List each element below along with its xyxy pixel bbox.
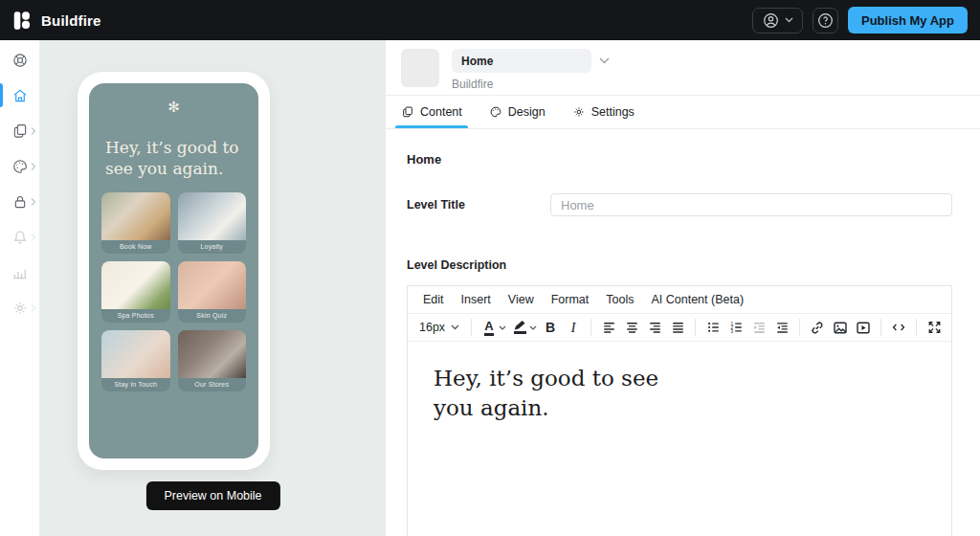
tile-label: Spa Photos xyxy=(101,309,170,323)
menu-view[interactable]: View xyxy=(501,290,542,309)
svg-text:3: 3 xyxy=(730,329,733,334)
tile-label: Book Now xyxy=(101,240,170,254)
content-icon xyxy=(401,105,414,119)
gear-icon xyxy=(572,105,586,119)
sidebar-item-wheel[interactable] xyxy=(0,42,39,78)
tile-label: Loyalty xyxy=(178,240,247,254)
editor-content-area[interactable]: Hey, it’s good to see you again. xyxy=(408,342,951,536)
toolbar-divider xyxy=(799,319,800,336)
tile-loyalty[interactable]: Loyalty xyxy=(178,192,247,254)
user-circle-icon xyxy=(762,11,780,30)
chevron-down-icon xyxy=(499,325,506,330)
source-code-button[interactable] xyxy=(887,316,910,339)
bullet-list-button[interactable] xyxy=(702,316,724,339)
editor-toolbar: 16px A B xyxy=(408,314,951,342)
tile-stay-in-touch[interactable]: Stay in Touch xyxy=(101,330,170,391)
sidebar-item-analytics[interactable] xyxy=(0,255,39,290)
text-color-button[interactable]: A xyxy=(478,316,508,339)
sidebar-item-settings[interactable] xyxy=(0,290,39,325)
align-justify-button[interactable] xyxy=(666,316,689,339)
app-preview-area: ✻ Hey, it’s good to see you again. Book … xyxy=(40,40,386,536)
tile-skin-quiz[interactable]: Skin Quiz xyxy=(178,261,247,323)
screen-selector[interactable]: Home xyxy=(452,49,591,73)
flower-icon: ✻ xyxy=(89,100,258,114)
align-center-button[interactable] xyxy=(620,316,643,339)
chevron-right-icon xyxy=(31,233,36,241)
align-left-button[interactable] xyxy=(597,316,620,339)
sidebar-item-design[interactable] xyxy=(0,148,39,184)
brand-name: Buildfire xyxy=(41,12,101,29)
rich-text-editor: Edit Insert View Format Tools AI Content… xyxy=(407,285,952,536)
account-menu-button[interactable] xyxy=(752,8,803,34)
tab-label: Design xyxy=(508,105,546,119)
tile-our-stores[interactable]: Our Stores xyxy=(178,330,247,391)
menu-insert[interactable]: Insert xyxy=(454,290,499,309)
numbered-list-button[interactable]: 123 xyxy=(724,316,747,339)
indent-icon xyxy=(775,321,790,334)
tab-content[interactable]: Content xyxy=(401,96,462,128)
menu-format[interactable]: Format xyxy=(544,290,597,309)
insert-image-button[interactable] xyxy=(829,316,852,339)
align-right-icon xyxy=(648,321,662,334)
align-center-icon xyxy=(625,321,639,334)
help-button[interactable] xyxy=(813,8,838,34)
level-title-label: Level Title xyxy=(407,198,550,212)
lock-icon xyxy=(11,193,29,211)
highlighter-icon xyxy=(514,321,526,334)
toolbar-divider xyxy=(916,319,917,336)
tile-image xyxy=(178,330,247,378)
font-size-select[interactable]: 16px xyxy=(413,321,465,334)
chevron-right-icon xyxy=(31,162,36,170)
bold-button[interactable]: B xyxy=(539,316,562,339)
toolbar-divider xyxy=(880,319,881,336)
chevron-right-icon xyxy=(31,126,36,135)
insert-link-button[interactable] xyxy=(806,316,829,339)
indent-button[interactable] xyxy=(770,316,793,339)
preview-on-mobile-button[interactable]: Preview on Mobile xyxy=(145,481,279,510)
app-name-label: Buildfire xyxy=(452,78,610,91)
level-title-input[interactable] xyxy=(550,193,952,216)
image-icon xyxy=(833,321,848,335)
toolbar-divider xyxy=(471,319,472,336)
question-circle-icon xyxy=(816,11,835,30)
tile-label: Our Stores xyxy=(178,378,247,391)
level-title-row: Level Title xyxy=(407,193,952,216)
fullscreen-button[interactable] xyxy=(923,316,946,339)
publish-my-app-button[interactable]: Publish My App xyxy=(848,7,968,34)
tile-spa-photos[interactable]: Spa Photos xyxy=(101,261,170,323)
bold-icon: B xyxy=(546,320,555,335)
highlight-color-button[interactable] xyxy=(508,316,539,339)
toolbar-divider xyxy=(590,319,591,336)
wheel-icon xyxy=(11,52,29,69)
tab-bar: Content Design Settings xyxy=(386,96,980,129)
tile-image xyxy=(101,261,170,309)
gear-icon xyxy=(11,300,29,317)
italic-button[interactable]: I xyxy=(562,316,585,339)
insert-media-button[interactable] xyxy=(852,316,875,339)
icon-sidebar xyxy=(0,40,40,536)
align-left-icon xyxy=(602,321,616,334)
sidebar-item-pages[interactable] xyxy=(0,113,39,148)
menu-tools[interactable]: Tools xyxy=(598,290,641,309)
tile-image xyxy=(101,192,170,240)
tab-settings[interactable]: Settings xyxy=(572,96,635,128)
tile-book-now[interactable]: Book Now xyxy=(101,192,170,254)
content-form: Home Level Title Level Description Edit … xyxy=(386,152,980,536)
tab-design[interactable]: Design xyxy=(489,96,546,128)
sidebar-item-security[interactable] xyxy=(0,184,39,219)
toolbar-divider xyxy=(695,319,696,336)
outdent-button[interactable] xyxy=(747,316,770,339)
screen-thumbnail xyxy=(401,49,439,87)
palette-icon xyxy=(489,105,502,119)
bar-chart-icon xyxy=(11,264,29,281)
sidebar-item-home[interactable] xyxy=(0,78,39,113)
align-right-button[interactable] xyxy=(643,316,666,339)
media-icon xyxy=(856,321,871,335)
sidebar-item-notifications[interactable] xyxy=(0,219,39,255)
chevron-down-icon xyxy=(529,325,537,330)
chevron-down-icon[interactable] xyxy=(599,57,610,64)
text-color-icon: A xyxy=(484,320,493,336)
menu-edit[interactable]: Edit xyxy=(415,290,452,309)
topbar: Buildfire Publish My App xyxy=(0,0,980,40)
menu-ai-content[interactable]: AI Content (Beta) xyxy=(643,290,751,309)
